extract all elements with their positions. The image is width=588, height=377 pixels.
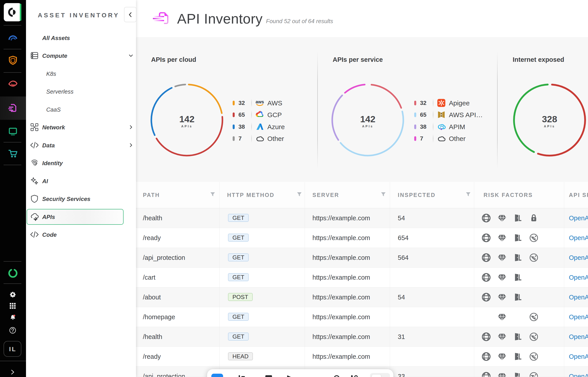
svg-text:aws: aws bbox=[255, 99, 264, 104]
